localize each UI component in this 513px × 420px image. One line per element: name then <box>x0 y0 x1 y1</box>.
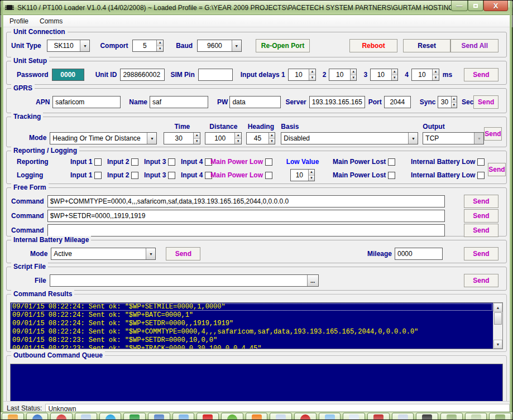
taskbar-button-pdf-red[interactable] <box>196 413 219 419</box>
send-all-button[interactable]: Send All <box>450 39 498 52</box>
result-line[interactable]: 09/01/15 08:22:23: Sent ok: "$WP+TRACK=0… <box>11 345 493 349</box>
command-3-field[interactable] <box>47 224 445 236</box>
reopen-port-button[interactable]: Re-Open Port <box>256 39 310 52</box>
mileage-field[interactable] <box>395 248 443 260</box>
spin-up-icon[interactable]: ▲ <box>452 96 457 103</box>
taskbar-button-photo-viewer[interactable] <box>172 413 195 419</box>
taskbar-button-app-window-3[interactable] <box>392 413 414 419</box>
command-2-field[interactable] <box>47 210 445 222</box>
spin-down-icon[interactable]: ▼ <box>309 176 314 181</box>
taskbar[interactable] <box>1 412 512 419</box>
taskbar-button-winzip[interactable] <box>148 413 170 419</box>
rep-input1-checkbox[interactable] <box>94 158 102 166</box>
unit-id-field[interactable] <box>120 69 165 81</box>
log-main-power-lost-checkbox[interactable] <box>388 172 395 179</box>
result-line[interactable]: 09/01/15 08:22:24: Sent ok: "$WP+BATC=00… <box>11 311 493 320</box>
password-field[interactable] <box>52 69 84 81</box>
distance-input[interactable] <box>205 133 234 144</box>
spin-up-icon[interactable]: ▲ <box>194 133 200 139</box>
baud-select[interactable]: 9600 ▼ <box>197 40 242 52</box>
gprs-name-field[interactable] <box>150 96 208 108</box>
spin-up-icon[interactable]: ▲ <box>433 69 439 75</box>
battery-mode-select[interactable]: Active ▼ <box>51 248 156 260</box>
chevron-down-icon[interactable]: ▼ <box>232 40 241 51</box>
command-1-send-button[interactable]: Send <box>464 195 498 208</box>
spin-down-icon[interactable]: ▼ <box>351 75 357 81</box>
comport-stepper[interactable]: ▲▼ <box>132 40 164 52</box>
taskbar-button-app-window-2[interactable] <box>270 413 292 419</box>
gprs-send-button[interactable]: Send <box>473 95 498 109</box>
low-value-stepper[interactable]: ▲▼ <box>290 169 315 181</box>
input-delay-4[interactable] <box>412 69 432 80</box>
reboot-button[interactable]: Reboot <box>349 39 397 52</box>
scroll-up-icon[interactable]: ▲ <box>493 303 502 312</box>
scroll-down-icon[interactable]: ▼ <box>493 340 502 349</box>
input-delay-1-stepper[interactable]: ▲▼ <box>288 69 316 81</box>
result-line[interactable]: 09/01/15 08:22:24: Sent ok: "$WP+COMMTYP… <box>11 328 493 336</box>
taskbar-button-firefox[interactable] <box>26 413 49 419</box>
taskbar-button-app-misc-1[interactable] <box>440 413 463 419</box>
chevron-down-icon[interactable]: ▼ <box>408 133 418 144</box>
spin-up-icon[interactable]: ▲ <box>235 133 241 139</box>
input-delay-1[interactable] <box>289 69 309 80</box>
scrollbar-thumb[interactable] <box>494 312 502 325</box>
taskbar-button-talk-green[interactable] <box>221 413 243 419</box>
taskbar-button-skype[interactable] <box>99 413 122 419</box>
unit-type-select[interactable]: SK110 ▼ <box>47 40 90 52</box>
reset-button[interactable]: Reset <box>403 39 451 52</box>
input-delay-2[interactable] <box>329 69 349 80</box>
tracking-mode-select[interactable]: Heading Or Time Or Distance ▼ <box>50 132 157 144</box>
input-delay-3[interactable] <box>371 69 391 80</box>
spin-down-icon[interactable]: ▼ <box>157 46 163 52</box>
mileage-send-button[interactable]: Send <box>464 247 498 260</box>
low-value-input[interactable] <box>291 170 308 181</box>
command-results-list[interactable]: 09/01/15 08:22:24: Sent ok: "$WP+SETMILE… <box>10 302 503 349</box>
rep-internal-battery-low-checkbox[interactable] <box>477 158 485 166</box>
time-input[interactable] <box>164 133 193 144</box>
sim-pin-field[interactable] <box>198 69 233 81</box>
heading-stepper[interactable]: ▲▼ <box>246 132 275 144</box>
apn-field[interactable] <box>52 96 121 108</box>
comport-input[interactable] <box>133 40 156 51</box>
rep-main-power-low-checkbox[interactable] <box>265 158 272 166</box>
rep-input3-checkbox[interactable] <box>168 158 175 166</box>
reporting-send-button[interactable]: Send <box>488 163 505 176</box>
pw-field[interactable] <box>229 96 281 108</box>
taskbar-button-media-red[interactable] <box>367 413 390 419</box>
results-scrollbar[interactable]: ▲ ▼ <box>493 303 502 349</box>
close-button[interactable]: X <box>483 1 508 11</box>
spin-up-icon[interactable]: ▲ <box>351 69 357 75</box>
maximize-button[interactable] <box>468 1 483 11</box>
spin-up-icon[interactable]: ▲ <box>309 170 314 176</box>
taskbar-button-document[interactable] <box>343 413 365 419</box>
spin-down-icon[interactable]: ▼ <box>452 103 457 108</box>
rep-main-power-lost-checkbox[interactable] <box>388 158 395 166</box>
sync-input[interactable] <box>438 96 450 108</box>
spin-down-icon[interactable]: ▼ <box>309 75 315 81</box>
chevron-down-icon[interactable]: ▼ <box>146 248 155 259</box>
tracking-send-button[interactable]: Send <box>484 127 501 141</box>
taskbar-button-app-misc-3[interactable] <box>489 413 511 419</box>
spin-down-icon[interactable]: ▼ <box>392 75 398 81</box>
command-1-field[interactable] <box>47 195 445 207</box>
spin-down-icon[interactable]: ▼ <box>194 139 200 144</box>
log-input2-checkbox[interactable] <box>131 172 138 179</box>
log-internal-battery-low-checkbox[interactable] <box>477 172 485 179</box>
sync-stepper[interactable]: ▲▼ <box>438 96 457 108</box>
unit-setup-send-button[interactable]: Send <box>464 68 498 81</box>
result-line[interactable]: 09/01/15 08:22:24: Sent ok: "$WP+SETMILE… <box>11 303 493 311</box>
outbound-queue-list[interactable] <box>10 364 503 407</box>
command-3-send-button[interactable]: Send <box>464 224 498 237</box>
taskbar-button-app-misc-2[interactable] <box>465 413 487 419</box>
input-delay-2-stepper[interactable]: ▲▼ <box>329 69 357 81</box>
taskbar-button-compass-red[interactable] <box>294 413 317 419</box>
taskbar-button-excel[interactable] <box>123 413 146 419</box>
heading-input[interactable] <box>247 133 268 144</box>
title-bar[interactable]: SK110 / PT100 Loader V1.0.4 (14/02/2008)… <box>1 1 512 15</box>
browse-button[interactable]: ... <box>307 275 318 286</box>
taskbar-button-opera[interactable] <box>50 413 73 419</box>
spin-down-icon[interactable]: ▼ <box>235 139 241 144</box>
distance-stepper[interactable]: ▲▼ <box>205 132 242 144</box>
taskbar-button-picture-sky[interactable] <box>319 413 341 419</box>
taskbar-button-chip-dark[interactable] <box>416 413 438 419</box>
